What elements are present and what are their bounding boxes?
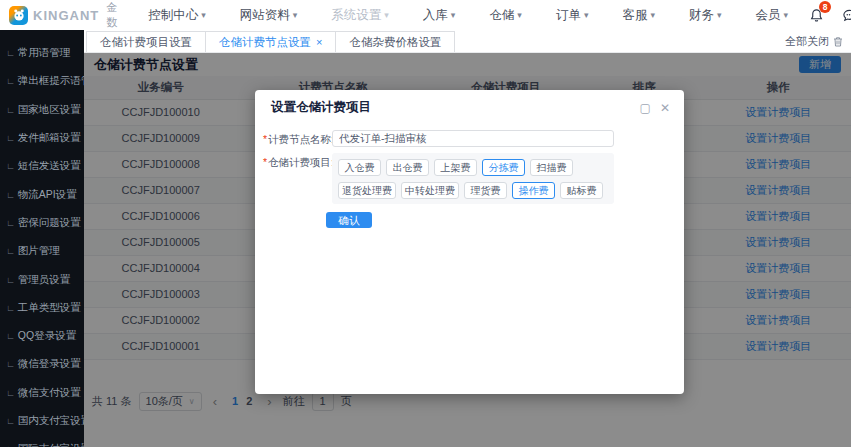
trash-icon [833, 36, 843, 47]
nav-menu-label: 会员 [755, 7, 780, 24]
top-navbar: KINGANT 金数 控制中心▾网站资料▾系统设置▾入库▾仓储▾订单▾客服▾财务… [0, 0, 851, 30]
maximize-icon[interactable]: ▢ [640, 102, 651, 114]
nav-menu-控制中心[interactable]: 控制中心▾ [131, 0, 223, 30]
subitem-mark-icon: ∟ [6, 246, 15, 256]
chevron-down-icon: ▾ [584, 10, 589, 20]
tab-label: 仓储杂费价格设置 [349, 35, 441, 50]
nav-menu-仓储[interactable]: 仓储▾ [472, 0, 539, 30]
fee-item-操作费[interactable]: 操作费 [512, 182, 555, 199]
sidebar-item-短信发送设置[interactable]: ∟短信发送设置 [0, 152, 84, 180]
sidebar-item-label: QQ登录设置 [18, 329, 76, 343]
fee-item-理货费[interactable]: 理货费 [464, 182, 507, 199]
sidebar-item-label: 常用语管理 [18, 46, 71, 60]
sidebar-item-国际支付宝设置[interactable]: ∟国际支付宝设置 [0, 435, 84, 447]
tab-仓储计费节点设置[interactable]: 仓储计费节点设置× [205, 31, 336, 52]
sidebar-item-发件邮箱设置[interactable]: ∟发件邮箱设置 [0, 124, 84, 152]
fee-item-上架费[interactable]: 上架费 [434, 159, 477, 176]
fee-button-row: 退货处理费中转处理费理货费操作费贴标费 [338, 182, 609, 199]
node-name-label: *计费节点名称: [263, 130, 330, 147]
sidebar-item-工单类型设置[interactable]: ∟工单类型设置 [0, 294, 84, 322]
nav-menu-系统设置[interactable]: 系统设置▾ [314, 0, 406, 30]
sidebar-item-label: 图片管理 [18, 244, 60, 258]
nav-menu-label: 订单 [556, 7, 581, 24]
subitem-mark-icon: ∟ [6, 303, 15, 313]
notification-badge: 8 [819, 1, 831, 13]
sidebar: ∟常用语管理∟弹出框提示语管理∟国家地区设置∟发件邮箱设置∟短信发送设置∟物流A… [0, 30, 84, 447]
node-name-input[interactable] [332, 130, 614, 147]
nav-menu-网站资料[interactable]: 网站资料▾ [223, 0, 315, 30]
fee-item-扫描费[interactable]: 扫描费 [530, 159, 573, 176]
fee-item-贴标费[interactable]: 贴标费 [560, 182, 603, 199]
nav-menus: 控制中心▾网站资料▾系统设置▾入库▾仓储▾订单▾客服▾财务▾会员▾ [131, 0, 805, 30]
tab-bar: 仓储计费项目设置仓储计费节点设置×仓储杂费价格设置 全部关闭 [84, 30, 851, 53]
fee-item-出仓费[interactable]: 出仓费 [386, 159, 429, 176]
dialog-title: 设置仓储计费项目 [271, 99, 371, 116]
sidebar-item-国家地区设置[interactable]: ∟国家地区设置 [0, 96, 84, 124]
nav-menu-财务[interactable]: 财务▾ [672, 0, 739, 30]
tab-label: 仓储计费项目设置 [100, 35, 192, 50]
sidebar-item-微信登录设置[interactable]: ∟微信登录设置 [0, 350, 84, 378]
tab-label: 仓储计费节点设置 [219, 35, 311, 50]
tab-close-icon[interactable]: × [316, 36, 322, 48]
sidebar-item-密保问题设置[interactable]: ∟密保问题设置 [0, 209, 84, 237]
fee-items-panel: 入仓费出仓费上架费分拣费扫描费退货处理费中转处理费理货费操作费贴标费 [332, 153, 614, 204]
sidebar-item-管理员设置[interactable]: ∟管理员设置 [0, 265, 84, 293]
sidebar-item-label: 工单类型设置 [18, 301, 81, 315]
subitem-mark-icon: ∟ [6, 388, 15, 398]
chevron-down-icon: ▾ [384, 10, 389, 20]
nav-menu-label: 网站资料 [240, 7, 290, 24]
sidebar-item-label: 物流API设置 [18, 188, 77, 202]
subitem-mark-icon: ∟ [6, 190, 15, 200]
fee-item-退货处理费[interactable]: 退货处理费 [338, 182, 396, 199]
subitem-mark-icon: ∟ [6, 275, 15, 285]
bell-icon[interactable]: 8 [805, 4, 827, 26]
subitem-mark-icon: ∟ [6, 105, 15, 115]
nav-menu-label: 财务 [689, 7, 714, 24]
subitem-mark-icon: ∟ [6, 416, 15, 426]
required-mark: * [263, 156, 267, 168]
subitem-mark-icon: ∟ [6, 48, 15, 58]
sidebar-item-图片管理[interactable]: ∟图片管理 [0, 237, 84, 265]
close-all-label: 全部关闭 [785, 34, 829, 49]
sidebar-item-label: 发件邮箱设置 [18, 131, 81, 145]
tab-仓储计费项目设置[interactable]: 仓储计费项目设置 [86, 31, 206, 52]
status-icon-group: 801 [805, 4, 851, 26]
nav-menu-订单[interactable]: 订单▾ [539, 0, 606, 30]
nav-menu-会员[interactable]: 会员▾ [738, 0, 805, 30]
brand-suffix: 金数 [106, 0, 117, 30]
confirm-button[interactable]: 确认 [326, 212, 372, 228]
sidebar-item-国内支付宝设置[interactable]: ∟国内支付宝设置 [0, 407, 84, 435]
subitem-mark-icon: ∟ [6, 133, 15, 143]
nav-menu-label: 系统设置 [331, 7, 381, 24]
node-name-row: *计费节点名称: [263, 130, 668, 147]
sidebar-item-弹出框提示语管理[interactable]: ∟弹出框提示语管理 [0, 67, 84, 95]
sidebar-item-常用语管理[interactable]: ∟常用语管理 [0, 39, 84, 67]
chevron-down-icon: ▾ [451, 10, 456, 20]
brand-logo[interactable]: KINGANT 金数 [0, 0, 131, 30]
close-icon[interactable]: ✕ [660, 102, 670, 114]
sidebar-item-微信支付设置[interactable]: ∟微信支付设置 [0, 379, 84, 407]
nav-menu-入库[interactable]: 入库▾ [406, 0, 473, 30]
fee-item-分拣费[interactable]: 分拣费 [482, 159, 525, 176]
subitem-mark-icon: ∟ [6, 218, 15, 228]
chevron-down-icon: ▾ [517, 10, 522, 20]
sidebar-item-QQ登录设置[interactable]: ∟QQ登录设置 [0, 322, 84, 350]
close-all-tabs-button[interactable]: 全部关闭 [785, 34, 851, 52]
set-fee-items-dialog: 设置仓储计费项目 ▢ ✕ *计费节点名称: *仓储计费项目: 入仓费出仓费上架费… [255, 90, 684, 394]
fee-item-中转处理费[interactable]: 中转处理费 [401, 182, 459, 199]
fee-item-入仓费[interactable]: 入仓费 [338, 159, 381, 176]
nav-menu-客服[interactable]: 客服▾ [605, 0, 672, 30]
chevron-down-icon: ▾ [717, 10, 722, 20]
nav-menu-label: 仓储 [489, 7, 514, 24]
tab-仓储杂费价格设置[interactable]: 仓储杂费价格设置 [335, 31, 455, 52]
brand-name: KINGANT [33, 8, 99, 23]
chevron-down-icon: ▾ [293, 10, 298, 20]
sidebar-item-物流API设置[interactable]: ∟物流API设置 [0, 180, 84, 208]
sidebar-item-label: 弹出框提示语管理 [18, 74, 84, 88]
sidebar-item-label: 国内支付宝设置 [18, 414, 84, 428]
subitem-mark-icon: ∟ [6, 359, 15, 369]
fee-button-row: 入仓费出仓费上架费分拣费扫描费 [338, 159, 609, 176]
chevron-down-icon: ▾ [201, 10, 206, 20]
fee-items-row: *仓储计费项目: 入仓费出仓费上架费分拣费扫描费退货处理费中转处理费理货费操作费… [263, 153, 668, 204]
chat-icon[interactable]: 0 [838, 4, 851, 26]
